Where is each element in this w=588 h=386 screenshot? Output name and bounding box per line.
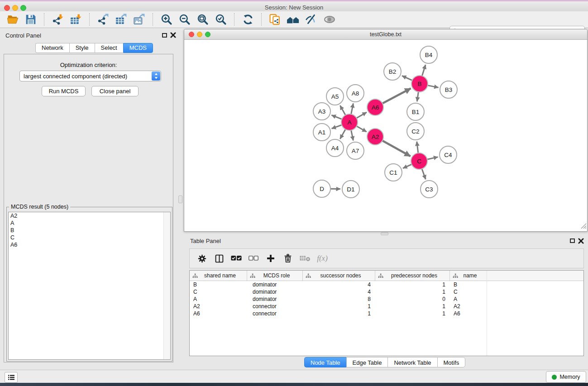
table-cell[interactable]: dominator <box>247 289 303 295</box>
graph-node-A1[interactable]: A1 <box>313 124 330 141</box>
table-cell[interactable]: 4 <box>303 289 375 295</box>
tab-network[interactable]: Network <box>35 43 69 53</box>
table-cell[interactable]: A <box>450 296 487 302</box>
column-header-successor-nodes[interactable]: successor nodes <box>303 271 375 281</box>
tab-edge-table[interactable]: Edge Table <box>346 357 388 367</box>
graph-node-A[interactable]: A <box>341 114 358 130</box>
edge-A-A2[interactable] <box>357 126 367 132</box>
graph-node-A3[interactable]: A3 <box>313 103 330 120</box>
table-cell[interactable]: C <box>450 289 487 295</box>
edge-A-A8[interactable] <box>351 104 354 114</box>
graph-node-B[interactable]: B <box>411 76 428 92</box>
zoom-fit-button[interactable] <box>195 12 210 27</box>
edge-A-A4[interactable] <box>340 129 345 139</box>
table-cell[interactable]: 8 <box>303 296 375 302</box>
tab-mcds[interactable]: MCDS <box>123 43 153 53</box>
import-network-button[interactable] <box>50 12 66 27</box>
mcds-result-item[interactable]: C <box>9 234 170 241</box>
horizontal-splitter-handle[interactable] <box>381 232 388 235</box>
table-panel-close-icon[interactable] <box>578 238 584 246</box>
column-header-shared-name[interactable]: shared name <box>190 271 247 281</box>
edge-A-A3[interactable] <box>331 115 342 119</box>
edge-B-B3[interactable] <box>428 86 439 88</box>
table-cell[interactable]: A6 <box>190 310 247 317</box>
zoom-out-button[interactable] <box>177 12 192 27</box>
column-header-name[interactable]: name <box>450 271 487 281</box>
edge-C-C4[interactable] <box>427 157 438 159</box>
mcds-result-item[interactable]: A <box>9 219 170 227</box>
table-cell[interactable]: 0 <box>375 296 450 302</box>
table-cell[interactable]: 1 <box>303 303 375 310</box>
table-columns-button[interactable] <box>212 251 226 266</box>
window-resize-grip[interactable] <box>581 223 587 231</box>
edge-B-B1[interactable] <box>417 92 418 101</box>
graph-node-A6[interactable]: A6 <box>367 99 383 115</box>
graph-node-B1[interactable]: B1 <box>407 103 424 120</box>
export-network-button[interactable] <box>96 12 111 27</box>
tab-style[interactable]: Style <box>69 43 95 53</box>
zoom-selected-button[interactable] <box>213 12 229 27</box>
clone-network-button[interactable] <box>268 12 283 27</box>
control-panel-close-icon[interactable] <box>170 32 176 40</box>
graph-node-C4[interactable]: C4 <box>440 146 457 163</box>
table-cell[interactable]: 4 <box>303 281 375 288</box>
table-row[interactable]: Adominator80A <box>190 295 583 303</box>
table-cell[interactable]: A2 <box>450 303 487 310</box>
hide-panels-button[interactable] <box>304 12 319 27</box>
table-panel-float-icon[interactable] <box>570 238 575 243</box>
vertical-splitter-handle[interactable] <box>178 195 182 203</box>
control-panel-float-icon[interactable] <box>162 33 167 38</box>
table-cell[interactable]: B <box>450 281 487 288</box>
import-table-button[interactable] <box>68 12 84 27</box>
deselect-all-rows-button[interactable] <box>246 251 261 266</box>
edge-C-C3[interactable] <box>422 169 425 179</box>
table-cell[interactable]: 1 <box>303 310 375 317</box>
open-session-button[interactable] <box>5 12 20 27</box>
graph-node-A4[interactable]: A4 <box>326 139 344 157</box>
column-header-predecessor-nodes[interactable]: predecessor nodes <box>375 271 450 281</box>
edge-A-A1[interactable] <box>332 125 342 129</box>
add-column-button[interactable] <box>263 251 278 266</box>
table-cell[interactable]: B <box>190 281 247 288</box>
save-session-button[interactable] <box>23 12 38 27</box>
mcds-result-item[interactable]: B <box>9 227 170 234</box>
table-settings-button[interactable] <box>195 251 209 266</box>
mcds-result-item[interactable]: A2 <box>9 212 170 219</box>
table-cell[interactable]: A <box>190 296 247 302</box>
table-row[interactable]: Cdominator41C <box>190 288 583 295</box>
table-cell[interactable]: A2 <box>190 303 247 310</box>
table-cell[interactable]: dominator <box>247 281 303 288</box>
criterion-select[interactable]: largest connected component (directed) <box>19 71 161 81</box>
column-header-MCDS-role[interactable]: MCDS role <box>247 271 303 281</box>
memory-button[interactable]: Memory <box>546 371 586 383</box>
table-cell[interactable]: A6 <box>450 310 487 317</box>
graph-node-A2[interactable]: A2 <box>367 129 383 145</box>
edge-A-A5[interactable] <box>340 105 345 115</box>
network-graph-canvas[interactable]: B4B2BB3A5A8A6B1A3AA1C2A4A7A2CC4C1C3DD1 <box>184 40 587 231</box>
graph-node-A7[interactable]: A7 <box>347 142 364 159</box>
edge-A-A6[interactable] <box>357 112 367 118</box>
graph-node-B2[interactable]: B2 <box>384 63 401 80</box>
table-cell[interactable]: 1 <box>375 289 450 295</box>
table-row[interactable]: A2connector11A2 <box>190 303 583 310</box>
edge-A-A7[interactable] <box>351 130 354 141</box>
select-all-rows-button[interactable] <box>229 251 244 266</box>
graph-node-C1[interactable]: C1 <box>385 164 402 181</box>
table-cell[interactable]: 1 <box>375 281 450 288</box>
graph-node-A5[interactable]: A5 <box>326 88 344 105</box>
table-cell[interactable]: 1 <box>375 303 450 310</box>
status-list-button[interactable] <box>5 372 18 383</box>
edge-C-C2[interactable] <box>417 142 418 153</box>
export-image-button[interactable] <box>132 12 147 27</box>
run-mcds-button[interactable]: Run MCDS <box>42 86 86 96</box>
table-cell[interactable]: connector <box>247 310 303 317</box>
home-button[interactable] <box>286 12 301 27</box>
table-cell[interactable]: dominator <box>247 296 303 302</box>
graph-node-C[interactable]: C <box>411 153 427 169</box>
graph-node-C3[interactable]: C3 <box>421 181 438 198</box>
refresh-button[interactable] <box>240 12 256 27</box>
tab-motifs[interactable]: Motifs <box>437 357 466 367</box>
mcds-result-item[interactable]: A6 <box>9 241 170 248</box>
export-table-button[interactable] <box>114 12 129 27</box>
close-panel-button[interactable]: Close panel <box>91 86 139 96</box>
